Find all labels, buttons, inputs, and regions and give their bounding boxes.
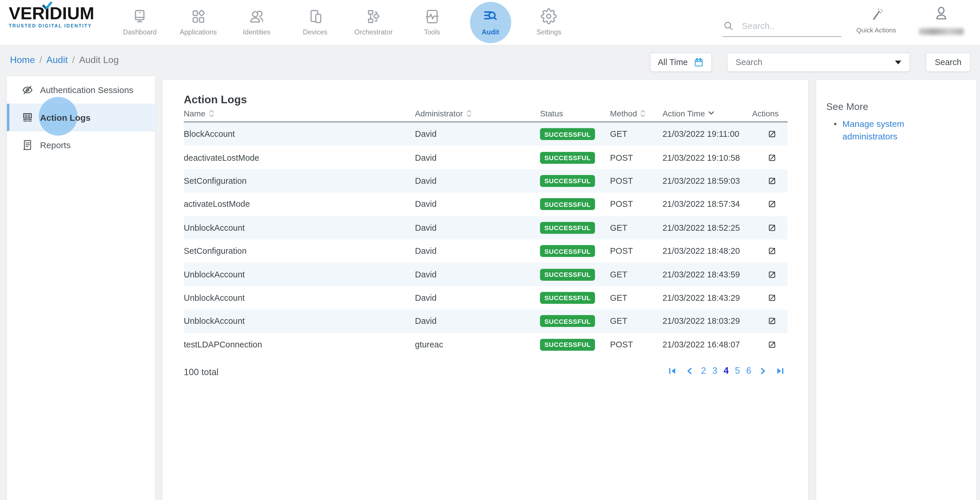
sort-both-icon xyxy=(466,109,472,117)
nav-label: Identities xyxy=(243,28,270,36)
table-row[interactable]: SetConfiguration David SUCCESSFUL POST 2… xyxy=(184,239,788,263)
table-row[interactable]: BlockAccount David SUCCESSFUL GET 21/03/… xyxy=(184,123,788,146)
column-header-name[interactable]: Name xyxy=(184,108,415,118)
global-search-input[interactable] xyxy=(741,20,837,32)
table-row[interactable]: activateLostMode David SUCCESSFUL POST 2… xyxy=(184,193,788,216)
open-log-details-icon[interactable] xyxy=(767,129,777,139)
page-button-2[interactable]: 2 xyxy=(701,366,706,376)
last-page-button[interactable] xyxy=(776,366,785,376)
veridium-logo[interactable]: VERIDIUM TRUSTED DIGITAL IDENTITY xyxy=(9,6,96,29)
column-header-method[interactable]: Method xyxy=(610,108,662,118)
status-badge: SUCCESSFUL xyxy=(540,198,595,210)
next-page-button[interactable] xyxy=(759,367,767,375)
open-log-details-icon[interactable] xyxy=(767,339,777,350)
breadcrumb-audit[interactable]: Audit xyxy=(46,54,68,65)
dashboard-icon xyxy=(132,7,148,25)
status-badge: SUCCESSFUL xyxy=(540,339,595,350)
table-row[interactable]: UnblockAccount David SUCCESSFUL GET 21/0… xyxy=(184,216,788,239)
table-row[interactable]: deactivateLostMode David SUCCESSFUL POST… xyxy=(184,146,788,169)
eye-off-icon xyxy=(21,83,34,96)
open-log-details-icon[interactable] xyxy=(767,316,777,326)
cell-action-time: 21/03/2022 18:43:29 xyxy=(662,293,753,303)
search-button[interactable]: Search xyxy=(926,53,970,72)
open-log-details-icon[interactable] xyxy=(767,293,777,303)
page-button-4-current[interactable]: 4 xyxy=(724,366,729,376)
total-count: 100 total xyxy=(184,367,218,377)
cell-name: activateLostMode xyxy=(184,199,415,209)
status-badge: SUCCESSFUL xyxy=(540,315,595,327)
time-range-button[interactable]: All Time xyxy=(650,53,712,72)
identities-icon xyxy=(248,7,265,25)
veridium-admin-app: VERIDIUM TRUSTED DIGITAL IDENTITY Dashbo… xyxy=(0,0,980,500)
logo-tagline: TRUSTED DIGITAL IDENTITY xyxy=(9,23,96,29)
orchestrator-icon xyxy=(365,7,382,25)
table-row[interactable]: SetConfiguration David SUCCESSFUL POST 2… xyxy=(184,169,788,193)
nav-label: Tools xyxy=(424,28,440,36)
manage-system-administrators-link[interactable]: Manage system administrators xyxy=(842,118,912,143)
sidebar-item-authentication-sessions[interactable]: Authentication Sessions xyxy=(7,76,155,104)
page-button-6[interactable]: 6 xyxy=(746,366,751,376)
first-page-button[interactable] xyxy=(667,366,677,376)
column-header-action-time[interactable]: Action Time xyxy=(662,108,753,118)
cell-method: GET xyxy=(610,293,662,303)
nav-item-identities[interactable]: Identities xyxy=(228,0,286,45)
open-log-details-icon[interactable] xyxy=(767,269,777,280)
cell-action-time: 21/03/2022 18:57:34 xyxy=(662,199,753,209)
cell-method: GET xyxy=(610,129,662,139)
cell-method: GET xyxy=(610,317,662,326)
cell-action-time: 21/03/2022 19:10:58 xyxy=(662,153,753,162)
sidebar-item-label: Action Logs xyxy=(40,112,91,122)
calendar-icon xyxy=(693,57,704,68)
open-log-details-icon[interactable] xyxy=(767,152,777,163)
list-item: • Manage system administrators xyxy=(834,118,934,143)
bullet-icon: • xyxy=(834,118,837,143)
open-log-details-icon[interactable] xyxy=(767,199,777,209)
nav-item-applications[interactable]: Applications xyxy=(169,0,228,45)
cell-administrator: David xyxy=(415,199,540,209)
table-row[interactable]: UnblockAccount David SUCCESSFUL GET 21/0… xyxy=(184,309,788,333)
logo-check-icon xyxy=(42,1,52,10)
quick-actions-button[interactable]: Quick Actions xyxy=(852,7,900,34)
sidebar-item-action-logs[interactable]: Action Logs xyxy=(7,104,155,131)
page-button-5[interactable]: 5 xyxy=(735,366,740,376)
search-field-dropdown[interactable]: Search xyxy=(727,53,910,72)
see-more-panel: See More • Manage system administrators xyxy=(816,80,977,500)
tools-icon xyxy=(423,7,441,25)
pagination: 2 3 4 5 6 xyxy=(666,366,786,376)
sidebar-item-reports[interactable]: Reports xyxy=(7,131,155,159)
sort-desc-icon xyxy=(708,111,714,116)
cell-name: UnblockAccount xyxy=(184,293,415,303)
cell-name: UnblockAccount xyxy=(184,223,415,232)
top-bar: VERIDIUM TRUSTED DIGITAL IDENTITY Dashbo… xyxy=(0,0,980,46)
table-row[interactable]: UnblockAccount David SUCCESSFUL GET 21/0… xyxy=(184,263,788,286)
breadcrumb-home[interactable]: Home xyxy=(10,54,35,65)
cell-name: UnblockAccount xyxy=(184,317,415,326)
nav-item-audit[interactable]: Audit xyxy=(461,0,519,45)
cell-method: GET xyxy=(610,223,662,232)
table-row[interactable]: testLDAPConnection gtureac SUCCESSFUL PO… xyxy=(184,333,788,356)
previous-page-button[interactable] xyxy=(686,367,694,375)
action-logs-panel: Action Logs Name Administrator Status Me… xyxy=(162,80,808,500)
cell-method: POST xyxy=(610,176,662,186)
table-row[interactable]: UnblockAccount David SUCCESSFUL GET 21/0… xyxy=(184,286,788,309)
nav-item-settings[interactable]: Settings xyxy=(520,0,578,45)
nav-item-dashboard[interactable]: Dashboard xyxy=(111,0,169,45)
cell-action-time: 21/03/2022 18:52:25 xyxy=(662,223,753,232)
user-menu[interactable] xyxy=(915,5,967,35)
cell-action-time: 21/03/2022 18:59:03 xyxy=(662,176,753,186)
cell-method: POST xyxy=(610,247,662,256)
column-header-administrator[interactable]: Administrator xyxy=(415,108,540,118)
breadcrumb-separator: / xyxy=(68,54,79,65)
logo-wordmark: VERIDIUM xyxy=(9,6,96,22)
cell-administrator: David xyxy=(415,247,540,256)
nav-item-tools[interactable]: Tools xyxy=(403,0,461,45)
time-range-label: All Time xyxy=(658,57,688,67)
open-log-details-icon[interactable] xyxy=(767,176,777,186)
open-log-details-icon[interactable] xyxy=(767,222,777,233)
page-button-3[interactable]: 3 xyxy=(712,366,717,376)
global-search xyxy=(722,15,841,37)
nav-item-orchestrator[interactable]: Orchestrator xyxy=(344,0,403,45)
cell-name: SetConfiguration xyxy=(184,176,415,186)
nav-item-devices[interactable]: Devices xyxy=(286,0,344,45)
open-log-details-icon[interactable] xyxy=(767,246,777,256)
